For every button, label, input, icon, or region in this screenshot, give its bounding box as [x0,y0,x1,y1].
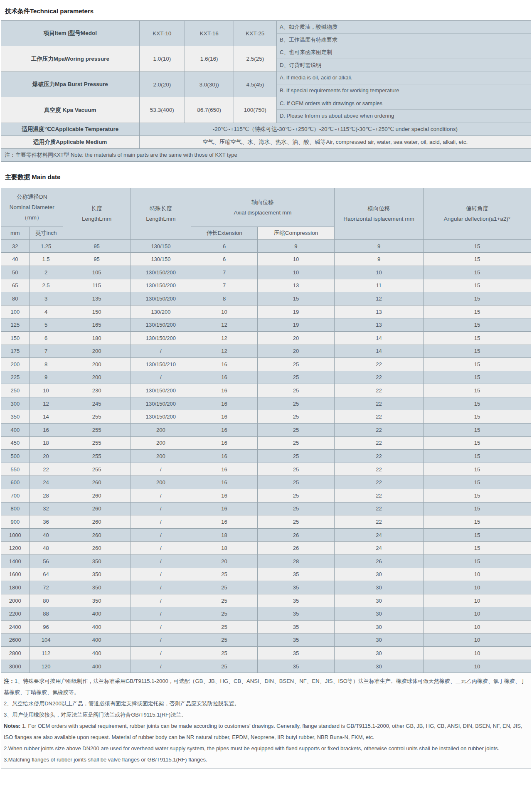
table-cell: 28 [29,489,63,503]
table-cell: 10 [424,568,531,581]
table-cell: 255 [63,463,131,476]
table-cell: 105 [63,266,131,279]
table-cell: 14 [29,410,63,424]
table-cell: 18 [191,528,258,542]
table-cell: 125 [1,318,30,332]
side-note-line: A. If media is oil, acid or alkali. [277,71,531,84]
table-row: 502105130/150/2007101015 [1,266,531,279]
table-cell: 96 [29,620,63,633]
table-cell: 1.25 [29,239,63,253]
table-cell: 16 [191,410,258,424]
table-cell: 15 [424,542,531,555]
side-note-line: C、也可来函来图定制 [277,46,531,59]
vacuum-kxt10: 53.3(400) [139,97,185,123]
angular-deflection-header: 偏转角度 Angular deflection(a1+a2)° [424,188,531,239]
table-cell: 22 [334,410,423,424]
table-cell: 350 [63,555,131,568]
table-row: 140056350/20282615 [1,555,531,568]
table-cell: 18 [29,436,63,450]
table-cell: 15 [424,528,531,542]
table-cell: 25 [191,594,258,607]
table-cell: 24 [334,528,423,542]
table-cell: 25 [258,397,335,410]
table-cell: 25 [258,450,335,463]
table-cell: 22 [334,515,423,529]
table-cell: 7 [191,279,258,292]
table-cell: 50 [1,266,30,279]
table-cell: 10 [424,594,531,607]
table-cell: 30 [334,568,423,581]
table-row: 180072350/25353010 [1,581,531,594]
table-row: 2259200/16252215 [1,371,531,384]
main-data-table: 公称通径DN Nominal Diameter （mm） 长度 LengthLm… [1,188,531,673]
angular-header-line: Angular deflection(a1+a2)° [424,214,530,224]
table-cell: / [131,660,191,673]
table-cell: 15 [424,305,531,318]
dn-inch-subheader: 英寸inch [29,227,63,239]
table-cell: 15 [424,279,531,292]
table-cell: 255 [63,424,131,437]
technical-parameters-table: 项目Item |型号Medol KXT-10 KXT-16 KXT-25 A、如… [1,20,531,162]
table-cell: 22 [334,502,423,515]
item-model-header: 项目Item |型号Medol [1,21,140,46]
table-cell: 200 [63,345,131,358]
table-cell: 6 [191,239,258,253]
table-row: 30012245130/150/20016252215 [1,397,531,410]
bottom-notes: 注：1、特殊要求可按用户图纸制作，法兰标准采用GB/T9115.1-2000，可… [1,673,531,769]
table-cell: 88 [29,607,63,621]
working-pressure-kxt10: 1.0(10) [139,46,185,71]
notes-cn: 注：1、特殊要求可按用户图纸制作，法兰标准采用GB/T9115.1-2000，可… [4,675,527,720]
table-cell: 550 [1,463,30,476]
table-cell: 130/150/200 [131,318,191,332]
table-cell: 2600 [1,633,30,647]
table-row: 803135130/150/2008151215 [1,292,531,306]
table-cell: 1400 [1,555,30,568]
side-note-line: B. If special requirements for working t… [277,84,531,97]
table-cell: 104 [29,633,63,647]
working-pressure-label: 工作压力MpaWoring pressure [1,46,140,71]
table-cell: 64 [29,568,63,581]
table-cell: 200 [63,371,131,384]
table-cell: 260 [63,502,131,515]
table-cell: 130/150/200 [131,384,191,397]
table-cell: 25 [258,489,335,503]
table-cell: 700 [1,489,30,503]
table-cell: 600 [1,476,30,489]
table-cell: 25 [191,660,258,673]
table-cell: 15 [424,384,531,397]
table-cell: 255 [63,450,131,463]
table-cell: 15 [424,476,531,489]
table-cell: 10 [258,253,335,266]
table-cell: 36 [29,515,63,529]
table-cell: 30 [334,594,423,607]
table-cell: 260 [63,489,131,503]
table-cell: 15 [424,331,531,345]
table-cell: 255 [63,436,131,450]
dn-mm-subheader: mm [1,227,30,239]
table-cell: 1200 [1,542,30,555]
table-cell: 6 [29,331,63,345]
table-cell: 16 [191,489,258,503]
table-cell: 200 [131,424,191,437]
table-cell: 200 [131,476,191,489]
table-cell: 25 [258,476,335,489]
table-cell: 10 [191,305,258,318]
table-cell: / [131,620,191,633]
dn-header-line: Nominal Diameter [2,202,62,212]
table-row: 90036260/16252215 [1,515,531,529]
table-cell: 112 [29,647,63,660]
table-cell: 25 [258,463,335,476]
table-cell: 14 [334,331,423,345]
table-cell: 1.5 [29,253,63,266]
table-cell: 10 [424,581,531,594]
table-cell: 22 [334,371,423,384]
side-notes-cell: A、如介质油，酸碱物质B、工作温度有特殊要求C、也可来函来图定制D、订货时需说明… [276,21,531,123]
table-cell: / [131,581,191,594]
table-cell: 245 [63,397,131,410]
table-cell: 35 [258,633,335,647]
table-row: 200080350/25353010 [1,594,531,607]
table-cell: 35 [258,581,335,594]
dn-header: 公称通径DN Nominal Diameter （mm） [1,188,63,227]
table-cell: 22 [334,476,423,489]
table-cell: 25 [191,633,258,647]
